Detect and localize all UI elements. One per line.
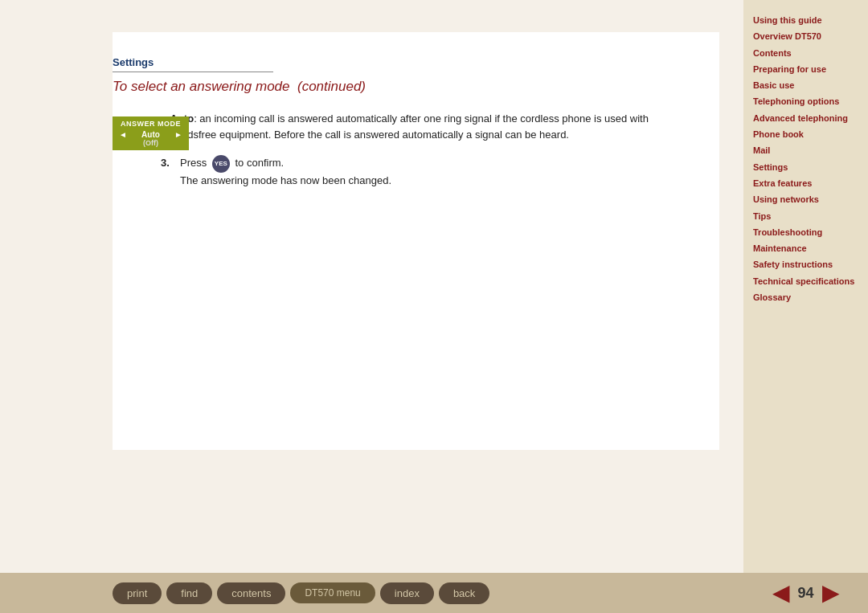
sidebar-item-networks[interactable]: Using networks [753,191,858,207]
answer-mode-row: ◄ Auto ► [119,130,182,139]
step-number: 3. [161,155,174,171]
sidebar-item-advanced[interactable]: Advanced telephoning [753,110,858,126]
sidebar-item-safety[interactable]: Safety instructions [753,256,858,272]
content-white: Settings To select an answering mode (co… [113,32,719,450]
sidebar-item-preparing[interactable]: Preparing for use [753,61,858,77]
sidebar-item-tips[interactable]: Tips [753,208,858,224]
toolbar-buttons: print find contents DT570 menu index bac… [0,582,743,604]
sidebar-item-using-guide[interactable]: Using this guide [753,12,858,28]
arrow-right-icon[interactable]: ► [174,130,182,139]
sidebar-item-extra[interactable]: Extra features [753,175,858,191]
back-button[interactable]: back [439,582,489,604]
yes-button[interactable]: YES [212,155,230,173]
dt570-menu-button[interactable]: DT570 menu [290,582,375,603]
prev-page-arrow[interactable]: ◀ [772,582,790,604]
page-title-suffix: (continued) [297,79,366,94]
bullet-body: : an incoming call is answered automatic… [170,112,649,141]
sidebar: Using this guide Overview DT570 Contents… [743,0,868,613]
step-text-block: Press YES to confirm. The answering mode… [180,155,391,189]
content-body: • Auto: an incoming call is answered aut… [161,111,695,189]
sidebar-item-settings[interactable]: Settings [753,159,858,175]
find-button[interactable]: find [166,582,212,604]
sidebar-item-contents[interactable]: Contents [753,45,858,61]
page-title-main: To select an answering mode [113,79,290,94]
answer-mode-value: Auto [141,130,160,139]
answer-mode-sub: (Off) [119,139,182,147]
answer-mode-header: ANSWER MODE [119,120,182,128]
confirm-label: to confirm. [235,157,284,169]
settings-divider [113,72,273,72]
bullet-text: Auto: an incoming call is answered autom… [170,111,695,142]
sidebar-item-mail[interactable]: Mail [753,142,858,158]
sidebar-item-troubleshooting[interactable]: Troubleshooting [753,224,858,240]
sidebar-item-telephoning[interactable]: Telephoning options [753,93,858,109]
page-nav: ◀ 94 ▶ [743,582,868,604]
toolbar: print find contents DT570 menu index bac… [0,573,868,613]
contents-button[interactable]: contents [217,582,285,604]
content-area: Settings To select an answering mode (co… [0,0,743,613]
main-container: Settings To select an answering mode (co… [0,0,868,613]
settings-label: Settings [113,56,695,68]
arrow-left-icon[interactable]: ◄ [119,130,127,139]
press-label: Press [180,157,207,169]
sidebar-item-overview[interactable]: Overview DT570 [753,28,858,44]
page-title: To select an answering mode (continued) [113,79,695,95]
answer-mode-box: ANSWER MODE ◄ Auto ► (Off) [113,116,189,150]
sidebar-item-phonebook[interactable]: Phone book [753,126,858,142]
sidebar-item-technical[interactable]: Technical specifications [753,273,858,289]
step-press-line: Press YES to confirm. [180,155,391,173]
bullet-item: • Auto: an incoming call is answered aut… [161,111,695,142]
index-button[interactable]: index [380,582,434,604]
page-number: 94 [794,585,818,602]
step-item: 3. Press YES to confirm. The answering m… [161,155,695,189]
next-page-arrow[interactable]: ▶ [822,582,840,604]
sidebar-item-basic[interactable]: Basic use [753,77,858,93]
step-result: The answering mode has now been changed. [180,173,391,189]
sidebar-item-glossary[interactable]: Glossary [753,289,858,305]
print-button[interactable]: print [113,582,162,604]
sidebar-item-maintenance[interactable]: Maintenance [753,240,858,256]
